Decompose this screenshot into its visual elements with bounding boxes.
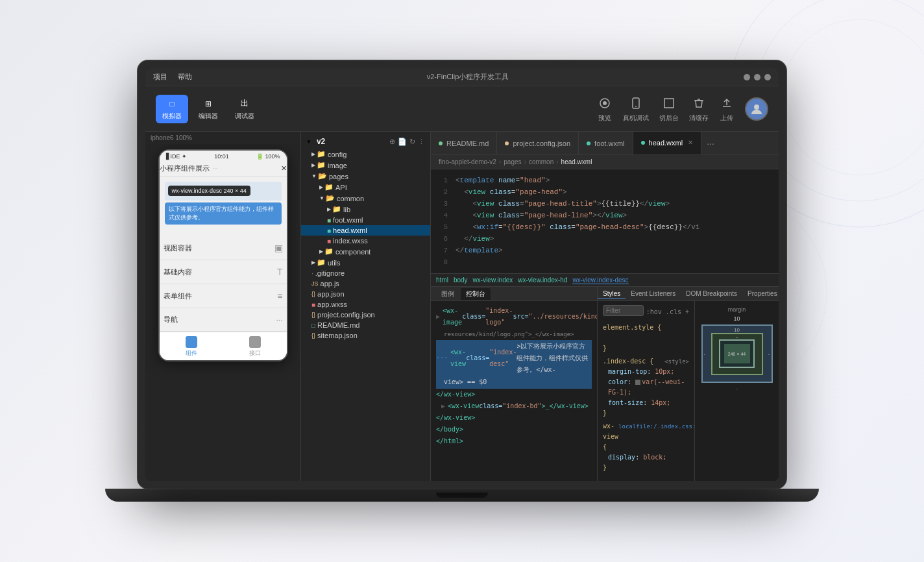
action-cut-bg[interactable]: 切后台 (659, 95, 679, 123)
list-item-2[interactable]: 表单组件 ≡ (160, 284, 287, 308)
list-item-3[interactable]: 导航 ··· (160, 308, 287, 332)
code-content[interactable]: <template name="head"> <view class="page… (450, 169, 779, 273)
tab-more-btn[interactable]: ··· (701, 138, 720, 149)
file-name-index-wxss: index.wxss (333, 237, 368, 245)
file-item-component[interactable]: ▶ 📁 component (301, 246, 430, 257)
file-item-config[interactable]: ▶ 📁 config (301, 149, 430, 160)
file-item-sitemap[interactable]: {} sitemap.json (301, 330, 430, 341)
action-preview[interactable]: 预览 (597, 95, 613, 123)
list-item-0[interactable]: 视图容器 ▣ (160, 236, 287, 260)
file-item-app-wxss[interactable]: ■ app.wxss (301, 299, 430, 310)
dom-bc-index[interactable]: wx-view.index (473, 276, 513, 284)
app-title: 小程序组件展示 (160, 164, 210, 173)
window-max-btn[interactable] (764, 74, 771, 80)
file-name-project-config: project.config.json (317, 311, 375, 319)
toolbar-btn-simulator[interactable]: □ 模拟器 (156, 95, 188, 123)
tree-icon-3[interactable]: ↻ (409, 138, 415, 146)
file-item-pages[interactable]: ▼ 📂 pages (301, 171, 430, 182)
dom-bc-body[interactable]: body (454, 276, 468, 284)
file-item-head-wxml[interactable]: ■ head.wxml (301, 225, 430, 236)
dom-tree-area[interactable]: ▶ <wx-image class="index-logo" src="../r… (431, 301, 597, 481)
tab-close-head[interactable]: ✕ (688, 139, 693, 146)
code-line-6: </view> (456, 233, 773, 245)
laptop-screen: 项目 帮助 v2-FinClip小程序开发工具 □ (145, 68, 779, 481)
css-rule-index-desc: .index-desc { <style> margin-top: 10px; (603, 356, 689, 419)
tree-icon-1[interactable]: ⊕ (389, 138, 395, 146)
cut-bg-icon (661, 95, 677, 111)
file-name-app-json: app.json (317, 290, 345, 298)
dom-toggle-3[interactable]: ▶ (441, 400, 445, 412)
tree-icon-2[interactable]: 📄 (398, 138, 407, 146)
devtools-tab-elements[interactable]: 图例 (436, 288, 459, 300)
file-item-lib[interactable]: ▶ 📁 lib (301, 204, 430, 215)
file-item-image[interactable]: ▶ 📁 image (301, 160, 430, 171)
file-item-readme[interactable]: □ README.md (301, 320, 430, 330)
file-name-head-wxml: head.wxml (333, 226, 367, 234)
tab-readme[interactable]: README.md (431, 132, 497, 154)
folder-icon-common: 📂 (326, 194, 335, 202)
window-close-btn[interactable] (744, 74, 750, 80)
list-item-icon-1: T (277, 267, 283, 277)
styles-tab-styles[interactable]: Styles (598, 289, 626, 299)
file-item-utils[interactable]: ▶ 📁 utils (301, 257, 430, 268)
window-min-btn[interactable] (754, 74, 760, 80)
styles-tab-event[interactable]: Event Listeners (626, 289, 681, 299)
folder-arrow-lib: ▶ (327, 206, 331, 212)
filter-pseudoclass[interactable]: :hov .cls + (646, 307, 689, 317)
tab-api[interactable]: 接口 (249, 336, 261, 358)
code-line-8 (456, 256, 773, 268)
breadcrumb-item-3: head.wxml (561, 158, 592, 165)
dom-toggle-0[interactable]: ▶ (436, 311, 440, 323)
list-item-1[interactable]: 基础内容 T (160, 260, 287, 284)
file-item-index-wxss[interactable]: ■ index.wxss (301, 236, 430, 246)
file-item-gitignore[interactable]: · .gitignore (301, 268, 430, 278)
margin-left-label: - (704, 351, 706, 357)
file-dot-head: ■ (327, 227, 331, 234)
code-editor[interactable]: 1 2 3 4 5 6 7 8 <template name="head"> (431, 169, 779, 273)
devtools-tab-console[interactable]: 控制台 (461, 288, 491, 300)
dom-line-3: ▶ <wx-view class="index-bd" >_</wx-view> (436, 400, 592, 412)
toolbar-btn-debug[interactable]: 出 调试器 (228, 95, 261, 123)
dom-bc-index-hd[interactable]: wx-view.index-hd (518, 276, 567, 284)
titlebar-menu[interactable]: 项目 帮助 (153, 72, 192, 82)
action-real-device[interactable]: 真机调试 (623, 95, 649, 123)
dom-bc-index-desc[interactable]: wx-view.index-desc (572, 276, 628, 284)
dom-line-5: </body> (436, 424, 592, 435)
file-item-app-js[interactable]: JS app.js (301, 278, 430, 289)
styles-tab-properties[interactable]: Properties (742, 289, 779, 299)
file-item-foot-wxml[interactable]: ■ foot.wxml (301, 215, 430, 225)
titlebar-x-btn[interactable]: ✕ (281, 164, 287, 173)
titlebar-dots[interactable]: ··· (213, 165, 218, 171)
tab-project-config[interactable]: project.config.json (497, 132, 579, 154)
tab-label-project: project.config.json (513, 140, 570, 147)
css-rule-header-wx: wx-view { localfile:/.index.css:2 (603, 421, 689, 452)
styles-tab-dom-bp[interactable]: DOM Breakpoints (681, 289, 742, 299)
file-dot-wxss: ■ (327, 238, 331, 245)
line-num-2: 2 (433, 186, 448, 198)
menu-item-help[interactable]: 帮助 (178, 72, 192, 82)
tab-head-wxml[interactable]: head.wxml ✕ (633, 132, 702, 154)
toolbar-btn-editor[interactable]: ⊞ 编辑器 (192, 95, 225, 123)
user-avatar[interactable] (745, 97, 768, 121)
dom-line-1[interactable]: ··· <wx-view class="index-desc" >以下将展示小程… (436, 340, 592, 376)
css-prop-fontsize: font-size: 14px; (603, 398, 689, 408)
editor-panel: README.md project.config.json foot.wxml (431, 132, 779, 481)
menu-item-project[interactable]: 项目 (153, 72, 167, 82)
tab-components[interactable]: 组件 (186, 336, 197, 358)
tree-icon-4[interactable]: ⋮ (418, 138, 425, 146)
upload-label: 上传 (720, 114, 733, 123)
css-source-wx-view[interactable]: localfile:/.index.css:2 (618, 421, 694, 452)
file-item-app-json[interactable]: {} app.json (301, 289, 430, 299)
tree-icons[interactable]: ⊕ 📄 ↻ ⋮ (389, 138, 425, 146)
file-item-api[interactable]: ▶ 📁 API (301, 182, 430, 193)
action-clear-cache[interactable]: 清缓存 (689, 95, 709, 123)
tab-foot-wxml[interactable]: foot.wxml (579, 132, 633, 154)
dom-bc-html[interactable]: html (436, 276, 448, 284)
file-item-project-config[interactable]: {} project.config.json (301, 310, 430, 320)
dom-breadcrumb: html body wx-view.index wx-view.index-hd… (431, 274, 779, 287)
file-item-common[interactable]: ▼ 📂 common (301, 193, 430, 204)
action-upload[interactable]: 上传 (719, 95, 735, 123)
styles-filter-input[interactable] (603, 305, 644, 316)
iphone-list: 视图容器 ▣ 基础内容 T 表单组件 ≡ (160, 236, 287, 332)
box-padding: - 240 × 44 (719, 339, 755, 368)
